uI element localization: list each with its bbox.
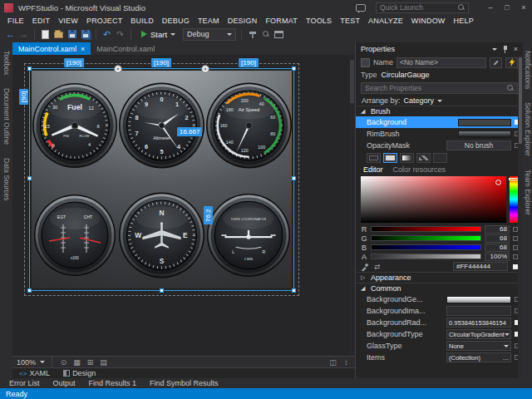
sidebar-tab-team-explorer[interactable]: Team Explorer xyxy=(524,170,532,215)
close-button[interactable]: × xyxy=(515,1,532,14)
resize-handle-nw[interactable] xyxy=(27,66,32,71)
redo-icon[interactable]: ↷ xyxy=(115,27,126,41)
red-channel-value[interactable]: 68 xyxy=(485,225,510,234)
tab-color-resources[interactable]: Color resources xyxy=(393,165,446,174)
section-header-appearance[interactable]: ▷ Appearance xyxy=(356,272,523,283)
egt-cht-gauge[interactable]: EGT CHT x100 xyxy=(33,194,116,277)
fuel-gauge[interactable]: Fuel 0 15 30 4 8 12 PSI FLOW xyxy=(32,82,118,169)
tile-brush-button[interactable] xyxy=(416,153,431,163)
resize-handle-w[interactable] xyxy=(27,176,32,180)
swap-colors-icon[interactable]: ⇄ xyxy=(374,263,381,271)
blue-channel-label[interactable]: B xyxy=(361,244,367,252)
pin-icon[interactable] xyxy=(502,46,509,53)
events-mode-button[interactable] xyxy=(505,57,518,68)
menu-item-window[interactable]: WINDOW xyxy=(407,17,450,25)
section-header-common[interactable]: ◢ Common xyxy=(356,283,523,293)
saturation-value-picker[interactable] xyxy=(361,176,506,223)
new-file-icon[interactable] xyxy=(40,27,51,41)
xaml-designer-surface[interactable]: Fuel 0 15 30 4 8 12 PSI FLOW xyxy=(12,55,355,356)
column-width-tag[interactable]: [190] xyxy=(151,58,171,67)
menu-item-view[interactable]: VIEW xyxy=(54,17,82,25)
green-channel-slider[interactable] xyxy=(371,235,481,241)
minimize-button[interactable]: – xyxy=(482,1,499,14)
rimbrush-color-swatch[interactable] xyxy=(458,131,511,138)
property-row-backgroundtype[interactable]: BackgroundType CircularTopGradient xyxy=(356,328,523,340)
property-row-backgroundgeometry[interactable]: BackgroundGe... xyxy=(356,293,523,305)
altimeter-gauge[interactable]: 0 1 2 3 4 5 6 7 8 9 Altimeter xyxy=(118,77,205,174)
properties-scrollbar[interactable] xyxy=(518,56,523,378)
menu-item-help[interactable]: HELP xyxy=(450,17,478,25)
property-row-rimbrush[interactable]: RimBrush xyxy=(356,128,523,140)
column-splitter-knob[interactable] xyxy=(114,65,122,73)
sidebar-tab-toolbox[interactable]: Toolbox xyxy=(2,51,11,75)
property-row-glasstype[interactable]: GlassType None xyxy=(356,340,523,352)
alpha-channel-slider[interactable] xyxy=(371,254,481,259)
solid-brush-button[interactable] xyxy=(383,153,397,163)
brush-resource-button[interactable] xyxy=(433,153,447,163)
sidebar-tab-document-outline[interactable]: Document Outline xyxy=(2,88,11,145)
backgroundgeometry-swatch[interactable] xyxy=(446,296,511,303)
compass-gauge[interactable]: N E S W xyxy=(118,190,205,280)
save-icon[interactable] xyxy=(66,27,77,41)
tab-xaml[interactable]: <> XAML xyxy=(12,368,57,379)
title-bar[interactable]: WPFStudio - Microsoft Visual Studio Quic… xyxy=(0,0,532,15)
doc-tab-maincontrol-inactive[interactable]: MainControl.xaml xyxy=(91,42,160,55)
resize-handle-sw[interactable] xyxy=(27,288,32,293)
turn-coordinator-gauge[interactable]: TURN COORDINATOR L R 2 MIN xyxy=(206,193,291,278)
section-header-brush[interactable]: ◢ Brush xyxy=(356,106,523,116)
ellipsis-icon[interactable]: … xyxy=(503,354,510,362)
red-channel-label[interactable]: R xyxy=(361,225,367,234)
search-properties-input[interactable]: Search Properties xyxy=(361,82,518,94)
backgroundimage-value[interactable] xyxy=(446,306,511,316)
green-channel-label[interactable]: G xyxy=(361,234,367,243)
sidebar-tab-solution-explorer[interactable]: Solution Explorer xyxy=(524,102,532,156)
navigate-back-icon[interactable]: ← xyxy=(5,27,16,41)
blue-channel-slider[interactable] xyxy=(371,244,481,250)
menu-item-format[interactable]: FORMAT xyxy=(261,17,302,25)
alpha-channel-value[interactable]: 100% xyxy=(485,253,510,261)
menu-item-file[interactable]: FILE xyxy=(3,17,28,25)
tab-find-results-1[interactable]: Find Results 1 xyxy=(82,378,144,388)
tab-error-list[interactable]: Error List xyxy=(2,378,47,388)
menu-item-edit[interactable]: EDIT xyxy=(28,17,54,25)
menu-item-team[interactable]: TEAM xyxy=(194,17,224,25)
name-input[interactable]: <No Name> xyxy=(397,57,486,68)
color-cursor[interactable] xyxy=(495,180,501,185)
properties-mode-button[interactable] xyxy=(490,57,502,68)
menu-item-analyze[interactable]: ANALYZE xyxy=(364,17,407,25)
effects-toggle-icon[interactable]: ⊙ xyxy=(59,358,68,367)
tab-editor[interactable]: Editor xyxy=(363,165,383,174)
column-splitter-knob[interactable] xyxy=(201,65,209,73)
opacitymask-value[interactable]: No brush xyxy=(446,140,511,150)
property-row-items[interactable]: Items (Collection) … xyxy=(356,352,523,363)
chevron-down-icon[interactable] xyxy=(492,48,497,51)
selected-gauge-panel[interactable]: Fuel 0 15 30 4 8 12 PSI FLOW xyxy=(31,70,293,289)
backgroundradius-value[interactable]: 0.953846153846154 xyxy=(446,318,511,328)
background-color-swatch[interactable] xyxy=(458,119,511,126)
menu-item-debug[interactable]: DEBUG xyxy=(158,17,194,25)
glasstype-dropdown[interactable]: None xyxy=(446,341,511,351)
zoom-level-dropdown[interactable]: 100% xyxy=(17,358,36,367)
quick-launch-input[interactable]: Quick Launch xyxy=(376,2,469,13)
menu-item-build[interactable]: BUILD xyxy=(126,17,158,25)
hex-color-input[interactable]: #FF444444 xyxy=(453,262,508,271)
open-file-icon[interactable] xyxy=(53,27,64,41)
artboard-background-icon[interactable]: ◫ xyxy=(328,358,337,367)
feedback-bubble-icon[interactable] xyxy=(356,4,366,12)
items-collection-value[interactable]: (Collection) … xyxy=(446,352,511,362)
scrollbar-thumb[interactable] xyxy=(350,60,354,103)
properties-header[interactable]: Properties × xyxy=(356,42,523,56)
new-window-icon[interactable] xyxy=(273,27,284,41)
close-icon[interactable]: × xyxy=(81,45,85,53)
menu-item-project[interactable]: PROJECT xyxy=(82,17,126,25)
hue-slider[interactable] xyxy=(510,176,518,223)
tab-output[interactable]: Output xyxy=(47,378,82,388)
property-row-backgroundradius[interactable]: BackgroundRad... 0.953846153846154 xyxy=(356,317,523,328)
undo-icon[interactable]: ↶ xyxy=(101,27,112,41)
resize-handle-s[interactable] xyxy=(160,288,164,293)
column-width-tag[interactable]: [190] xyxy=(64,58,84,67)
scrollbar-thumb[interactable] xyxy=(519,57,522,144)
navigate-forward-icon[interactable]: → xyxy=(18,27,29,41)
build-hammer-icon[interactable] xyxy=(247,27,258,41)
gradient-brush-button[interactable] xyxy=(400,153,414,163)
